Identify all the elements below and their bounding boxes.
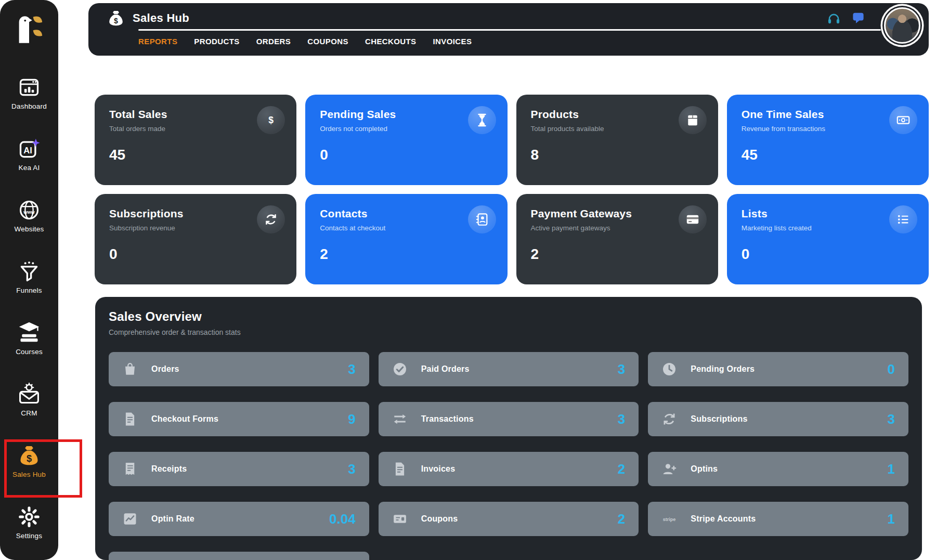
overview-row-orders: Orders 3	[109, 352, 369, 386]
receipt-icon	[122, 461, 138, 477]
invoice-icon	[392, 461, 408, 477]
overview-label: Subscriptions	[691, 414, 747, 424]
section-subtitle: Comprehensive order & transaction stats	[109, 328, 908, 336]
card-value: 45	[109, 147, 282, 163]
overview-value: 2	[618, 511, 625, 527]
box-icon	[679, 106, 707, 134]
tab-coupons[interactable]: COUPONS	[307, 37, 348, 46]
kea-logo	[13, 14, 45, 47]
sidebar-item-funnels[interactable]: Funnels	[0, 260, 58, 297]
card-title: Pending Sales	[320, 108, 492, 121]
overview-label: Orders	[151, 364, 179, 374]
card-value: 2	[320, 246, 492, 263]
overview-label: Transactions	[421, 414, 474, 424]
header-divider	[138, 29, 881, 31]
chart-icon	[122, 511, 138, 527]
card-value: 0	[109, 246, 282, 263]
card-subtitle: Orders not completed	[320, 125, 492, 133]
card-value: 8	[531, 147, 704, 163]
dollar-icon	[257, 106, 285, 134]
card-title: Payment Gateways	[531, 207, 704, 220]
header-tabs: REPORTS PRODUCTS ORDERS COUPONS CHECKOUT…	[138, 37, 472, 46]
overview-label: Invoices	[421, 464, 456, 474]
overview-value: 9	[348, 411, 355, 427]
overview-row-invoices: Invoices 2	[379, 452, 639, 486]
overview-row-checkout-forms: Checkout Forms 9	[109, 402, 369, 436]
tab-products[interactable]: PRODUCTS	[194, 37, 239, 46]
overview-label: Stripe Accounts	[691, 514, 756, 524]
dashboard-icon	[18, 76, 41, 99]
kea-ai-icon	[18, 137, 41, 160]
card-subtitle: Active payment gateways	[531, 224, 704, 232]
sidebar-item-label: Sales Hub	[12, 471, 46, 478]
overview-row-receipts: Receipts 3	[109, 452, 369, 486]
sidebar-nav: Dashboard Kea AI Websites Funnels Course…	[0, 76, 58, 560]
tab-checkouts[interactable]: CHECKOUTS	[365, 37, 417, 46]
card-subtitle: Marketing lists created	[742, 224, 914, 232]
card-title: One Time Sales	[742, 108, 914, 121]
funnel-icon	[18, 260, 41, 283]
headphones-icon[interactable]	[827, 11, 841, 25]
sidebar-item-sales-hub[interactable]: Sales Hub	[0, 444, 58, 481]
stat-card-contacts: Contacts Contacts at checkout 2	[305, 194, 507, 284]
overview-row-stripe-accounts: Stripe Accounts 1	[648, 502, 908, 536]
sidebar-item-label: Courses	[16, 348, 43, 356]
stat-card-products: Products Total products available 8	[516, 95, 718, 185]
card-subtitle: Subscription revenue	[109, 224, 282, 232]
overview-label: Receipts	[151, 464, 187, 474]
card-title: Subscriptions	[109, 207, 282, 220]
card-subtitle: Total orders made	[109, 125, 282, 133]
stat-cards-grid: Total Sales Total orders made 45 Pending…	[95, 95, 929, 284]
gear-icon	[18, 505, 41, 528]
stat-card-total-sales: Total Sales Total orders made 45	[95, 95, 296, 185]
sales-overview-panel: Sales Overview Comprehensive order & tra…	[95, 297, 922, 560]
check-circle-icon	[392, 361, 408, 377]
sidebar-item-websites[interactable]: Websites	[0, 199, 58, 236]
stat-card-payment-gateways: Payment Gateways Active payment gateways…	[516, 194, 718, 284]
card-value: 0	[742, 246, 914, 263]
overview-row-coupons: Coupons 2	[379, 502, 639, 536]
sidebar-item-settings[interactable]: Settings	[0, 505, 58, 543]
sidebar-item-courses[interactable]: Courses	[0, 321, 58, 359]
chat-bubble-icon[interactable]	[851, 11, 865, 25]
header: Sales Hub REPORTS PRODUCTS ORDERS COUPON…	[88, 3, 929, 56]
money-bag-icon	[18, 444, 41, 467]
overview-value: 3	[888, 411, 895, 427]
overview-value: 3	[348, 361, 355, 377]
envelope-gear-icon	[18, 383, 41, 406]
refresh-icon	[257, 205, 285, 233]
coupon-icon	[392, 511, 408, 527]
sidebar-item-label: Settings	[16, 532, 42, 540]
overview-value: 3	[618, 411, 625, 427]
cash-icon	[889, 106, 917, 134]
transfer-arrows-icon	[392, 411, 408, 427]
overview-value: 0.04	[329, 511, 356, 527]
card-title: Lists	[742, 207, 914, 220]
overview-row-subscriptions: Subscriptions 3	[648, 402, 908, 436]
tab-orders[interactable]: ORDERS	[256, 37, 291, 46]
avatar[interactable]	[884, 7, 920, 44]
sidebar-item-crm[interactable]: CRM	[0, 383, 58, 420]
sidebar-item-kea-ai[interactable]: Kea AI	[0, 137, 58, 175]
refresh-icon	[661, 411, 677, 427]
overview-label: Optins	[691, 464, 718, 474]
overview-row-paid-orders: Paid Orders 3	[379, 352, 639, 386]
tab-invoices[interactable]: INVOICES	[433, 37, 472, 46]
sidebar-item-dashboard[interactable]: Dashboard	[0, 76, 58, 113]
card-value: 0	[320, 147, 492, 163]
sidebar-item-label: Websites	[15, 225, 44, 233]
card-subtitle: Contacts at checkout	[320, 224, 492, 232]
card-value: 45	[742, 147, 914, 163]
document-icon	[122, 411, 138, 427]
tab-reports[interactable]: REPORTS	[138, 37, 177, 46]
credit-card-icon	[679, 205, 707, 233]
overview-value: 1	[888, 461, 895, 477]
stat-card-one-time-sales: One Time Sales Revenue from transactions…	[727, 95, 929, 185]
sidebar-item-label: CRM	[21, 409, 37, 417]
card-title: Total Sales	[109, 108, 282, 121]
overview-value: 1	[888, 511, 895, 527]
overview-value: 3	[348, 461, 355, 477]
card-title: Contacts	[320, 207, 492, 220]
sidebar: Dashboard Kea AI Websites Funnels Course…	[0, 0, 58, 560]
overview-label: Optin Rate	[151, 514, 194, 524]
